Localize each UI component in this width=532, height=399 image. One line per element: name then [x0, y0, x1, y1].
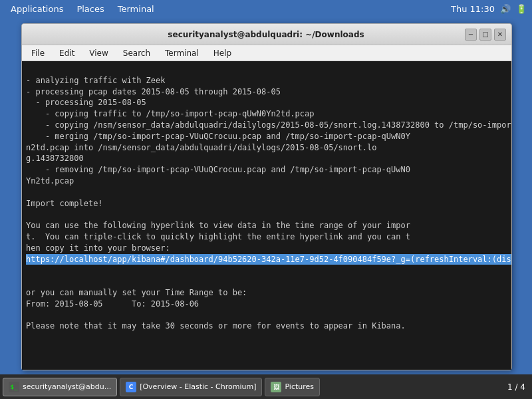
volume-icon[interactable]: 🔊 — [500, 4, 511, 14]
pictures-taskbar-label: Pictures — [285, 382, 314, 391]
minimize-button[interactable]: − — [465, 29, 477, 41]
top-menubar: Applications Places Terminal Thu 11:30 🔊… — [0, 0, 532, 18]
taskbar-chromium[interactable]: C [Overview - Elastic - Chromium] — [120, 378, 262, 396]
terminal-taskbar-icon: $_ — [9, 382, 19, 392]
terminal-content[interactable]: - analyzing traffic with Zeek - processi… — [22, 61, 511, 370]
battery-icon[interactable]: 🔋 — [516, 4, 527, 14]
menu-terminal[interactable]: Terminal — [158, 47, 205, 59]
menu-help[interactable]: Help — [207, 47, 238, 59]
content-line-1: or you can manually set your Time Range … — [26, 288, 406, 331]
terminal-titlebar: securityanalyst@abdulquadri: ~/Downloads… — [22, 24, 511, 45]
menu-edit[interactable]: Edit — [53, 47, 81, 59]
taskbar-page: 1 / 4 — [507, 382, 529, 392]
terminal-window: securityanalyst@abdulquadri: ~/Downloads… — [21, 23, 512, 370]
menu-terminal[interactable]: Terminal — [112, 3, 160, 15]
pictures-taskbar-icon: 🖼 — [271, 382, 281, 392]
content-line-0: - analyzing traffic with Zeek - processi… — [26, 76, 511, 253]
kibana-hyperlink[interactable]: https://localhost/app/kibana#/dashboard/… — [26, 254, 511, 265]
menu-applications[interactable]: Applications — [5, 3, 68, 15]
clock: Thu 11:30 — [451, 4, 495, 14]
terminal-title: securityanalyst@abdulquadri: ~/Downloads — [67, 30, 465, 39]
system-tray: Thu 11:30 🔊 🔋 — [451, 4, 527, 14]
menu-file[interactable]: File — [25, 47, 51, 59]
menu-places[interactable]: Places — [71, 3, 109, 15]
taskbar: $_ securityanalyst@abdu... C [Overview -… — [0, 374, 532, 399]
close-button[interactable]: ✕ — [494, 29, 506, 41]
chromium-taskbar-label: [Overview - Elastic - Chromium] — [140, 382, 256, 391]
chromium-taskbar-icon: C — [126, 382, 136, 392]
terminal-taskbar-label: securityanalyst@abdu... — [23, 382, 111, 391]
menu-search[interactable]: Search — [116, 47, 157, 59]
taskbar-pictures[interactable]: 🖼 Pictures — [265, 378, 320, 396]
taskbar-terminal[interactable]: $_ securityanalyst@abdu... — [3, 378, 117, 396]
menu-items: Applications Places Terminal — [5, 3, 451, 15]
menu-view[interactable]: View — [82, 47, 114, 59]
window-buttons: − □ ✕ — [465, 29, 506, 41]
maximize-button[interactable]: □ — [479, 29, 491, 41]
terminal-menu: File Edit View Search Terminal Help — [22, 45, 511, 61]
